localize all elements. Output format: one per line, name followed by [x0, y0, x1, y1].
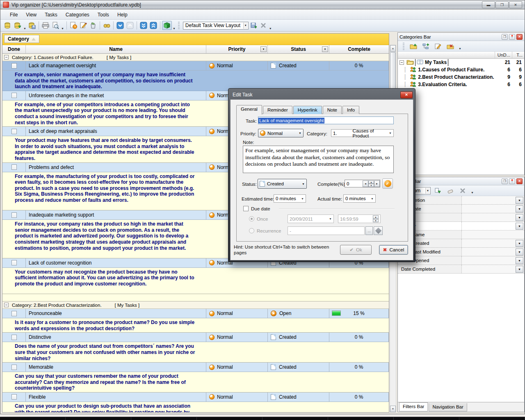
due-date-picker[interactable]: 20/09/2011 ▼ [288, 215, 334, 223]
chevron-down-icon[interactable]: ▼ [516, 240, 523, 247]
clear-filter-icon[interactable] [445, 186, 455, 195]
due-time-spinner[interactable]: 16:59:59 ▲▼ [338, 215, 381, 223]
category-group-row[interactable]: Category: 1.Causes of Product Failure.[ … [2, 54, 389, 61]
task-row[interactable]: Lack of management oversightNormalCreate… [2, 61, 389, 71]
delete-layout-icon[interactable] [258, 21, 268, 30]
done-checkbox[interactable] [11, 63, 17, 68]
spin-up-icon[interactable]: ▲ [368, 180, 374, 184]
filter-value[interactable] [461, 196, 516, 204]
add-subcategory-icon[interactable] [421, 42, 431, 51]
filter-dropdown-icon[interactable]: ▼ [260, 46, 267, 52]
category-combo[interactable]: 1. Causes of Product ▼ [331, 129, 394, 137]
menu-tasks[interactable]: Tasks [41, 11, 61, 19]
menu-help[interactable]: Help [114, 11, 131, 19]
move-task-up-icon[interactable] [125, 21, 135, 30]
column-undone[interactable]: UnD... [495, 52, 512, 58]
collapse-icon[interactable] [4, 303, 9, 307]
delete-category-icon[interactable] [445, 42, 455, 51]
chevron-down-icon[interactable]: ▼ [425, 188, 430, 194]
chevron-down-icon[interactable]: ▼ [60, 27, 65, 30]
panel-restore-icon[interactable]: ❒ [502, 34, 508, 40]
filter-value[interactable] [461, 231, 524, 239]
chevron-down-icon[interactable]: ▼ [516, 197, 523, 204]
filter-row-due-date[interactable]: Due Date▼ [398, 205, 524, 213]
print-preview-icon[interactable] [50, 21, 60, 30]
chevron-down-icon[interactable]: ▼ [516, 266, 523, 273]
filter-value[interactable] [461, 239, 516, 247]
task-note-row[interactable]: Is it easy for a customer to pronounce t… [2, 318, 389, 333]
done-checkbox[interactable] [11, 394, 17, 399]
task-name-input[interactable]: Lack of management oversight [258, 116, 394, 124]
panel-restore-icon[interactable]: ❒ [502, 178, 508, 184]
estimated-time-combo[interactable]: 0 minutes ▼ [274, 194, 306, 203]
group-by-category-button[interactable]: Category [4, 35, 39, 43]
done-checkbox[interactable] [11, 129, 17, 134]
recurrence-field[interactable]: - [288, 226, 365, 235]
done-checkbox[interactable] [11, 335, 17, 340]
chevron-down-icon[interactable]: ▼ [516, 205, 523, 212]
collapse-icon[interactable] [399, 60, 404, 65]
find-tasks-icon[interactable] [102, 21, 112, 30]
chevron-down-icon[interactable]: ▼ [172, 27, 176, 30]
menu-view[interactable]: View [22, 11, 40, 19]
column-header-status[interactable]: Status▼ [268, 45, 329, 53]
task-view-layout-combo[interactable]: Default Task View Layout▼ [183, 22, 249, 30]
task-row[interactable]: PronounceableNormalOpen15 % [2, 309, 389, 318]
spin-up-icon[interactable]: ▲ [373, 215, 379, 219]
due-date-checkbox[interactable] [243, 206, 249, 211]
task-row[interactable]: FlexibleNormalCreated0 % [2, 393, 389, 402]
done-checkbox[interactable] [11, 311, 17, 316]
priority-combo[interactable]: Normal ▼ [258, 129, 304, 137]
menu-file[interactable]: File [6, 11, 21, 19]
tab-reminder[interactable]: Reminder [263, 106, 292, 114]
task-row[interactable]: DistinctiveNormalCreated0 % [2, 333, 389, 342]
column-header-complete[interactable]: Complete [329, 45, 389, 53]
filter-row-completion[interactable]: Completion▼ [398, 196, 524, 205]
column-total[interactable]: T... [512, 52, 524, 58]
chevron-down-icon[interactable]: ▼ [516, 257, 523, 264]
edit-task-icon[interactable] [78, 21, 88, 30]
panel-pin-icon[interactable]: 📍 [509, 178, 515, 184]
filter-value[interactable] [461, 213, 516, 221]
tab-note[interactable]: Note [323, 106, 342, 114]
filter-row-date-created[interactable]: Date Created▼ [398, 239, 524, 248]
done-checkbox[interactable] [11, 93, 17, 98]
tab-info[interactable]: Info [342, 106, 359, 114]
recurrence-browse-button[interactable]: ... [365, 226, 373, 235]
spin-down-icon[interactable]: ▼ [368, 184, 374, 187]
filter-dropdown-icon[interactable]: ▼ [322, 46, 328, 52]
tab-general[interactable]: General [236, 105, 262, 114]
column-header-priority[interactable]: Priority▼ [206, 45, 268, 53]
cancel-button[interactable]: ✖ Cancel [379, 245, 408, 255]
once-radio[interactable] [249, 216, 254, 221]
new-database-icon[interactable] [3, 21, 13, 30]
filter-value[interactable] [461, 265, 516, 273]
task-note-row[interactable]: Your customers may not recognize the pro… [2, 268, 389, 294]
tab-hyperlink[interactable]: Hyperlink [293, 106, 322, 114]
complete-apply-button[interactable]: ✓ [382, 178, 393, 189]
filter-row-date-opened[interactable]: Date Opened▼ [398, 256, 524, 265]
column-header-name[interactable]: Name [26, 45, 206, 53]
category-tree-row[interactable]: ┊1.Causes of Product Failure.66 [398, 66, 524, 73]
filter-value[interactable] [461, 256, 516, 265]
menu-tools[interactable]: Tools [94, 11, 113, 19]
done-checkbox[interactable] [11, 365, 17, 370]
chevron-down-icon[interactable]: ▼ [516, 214, 523, 221]
spin-left-icon[interactable]: ◄ [363, 180, 368, 187]
filter-row-priority[interactable]: Priority▼ [398, 222, 524, 231]
category-tree-row[interactable]: ┊2.Best Product Characterization.99 [398, 73, 524, 81]
filter-row-date-last-modified[interactable]: Date Last Modified▼ [398, 248, 524, 256]
save-layout-icon[interactable] [249, 21, 258, 30]
ok-button[interactable]: ✔ Ok [340, 245, 372, 255]
move-task-down-icon[interactable] [115, 21, 125, 30]
chevron-down-icon[interactable]: ▼ [23, 27, 27, 30]
panel-close-icon[interactable]: ✕ [516, 178, 523, 184]
new-task-icon[interactable] [68, 21, 78, 30]
apply-filter-icon[interactable] [433, 186, 443, 195]
recurrence-diamond-button[interactable] [374, 226, 383, 235]
spin-right-icon[interactable]: ► [374, 180, 380, 187]
column-header-done[interactable]: Done [2, 45, 26, 53]
scroll-down-button[interactable]: ▼ [390, 406, 396, 412]
complete-spinner[interactable]: 0 ◄ ▲▼ ► [345, 180, 380, 187]
task-note-row[interactable]: Does the name of your product stand out … [2, 342, 389, 363]
